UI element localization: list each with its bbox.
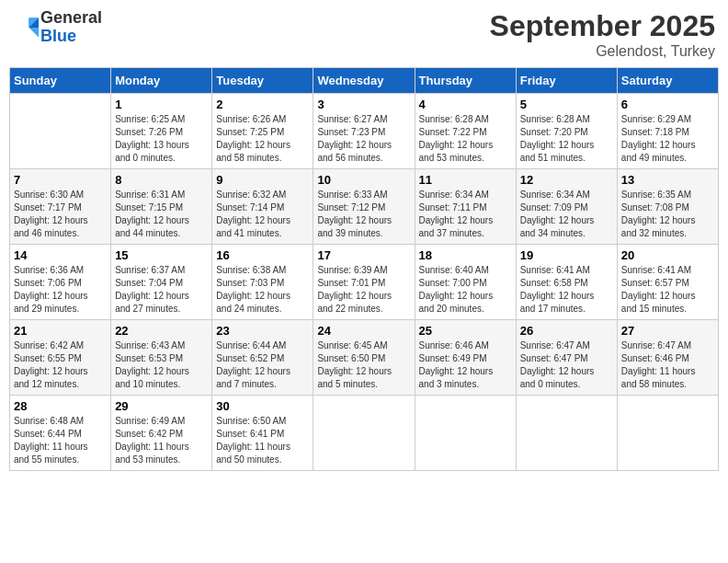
day-number: 16 (216, 248, 309, 262)
header-cell-friday: Friday (516, 68, 617, 94)
day-number: 14 (14, 248, 107, 262)
day-number: 24 (317, 324, 410, 338)
day-number: 21 (14, 324, 107, 338)
day-number: 26 (520, 324, 613, 338)
day-info: Sunrise: 6:50 AMSunset: 6:41 PMDaylight:… (216, 415, 309, 466)
day-info: Sunrise: 6:47 AMSunset: 6:46 PMDaylight:… (621, 339, 714, 391)
day-info: Sunrise: 6:44 AMSunset: 6:52 PMDaylight:… (216, 339, 309, 391)
calendar-cell: 11Sunrise: 6:34 AMSunset: 7:11 PMDayligh… (415, 169, 516, 245)
calendar-week-3: 14Sunrise: 6:36 AMSunset: 7:06 PMDayligh… (10, 245, 719, 320)
calendar-cell: 24Sunrise: 6:45 AMSunset: 6:50 PMDayligh… (313, 320, 415, 396)
calendar-cell: 21Sunrise: 6:42 AMSunset: 6:55 PMDayligh… (10, 320, 111, 396)
header-cell-sunday: Sunday (10, 68, 111, 94)
calendar-cell: 28Sunrise: 6:48 AMSunset: 6:44 PMDayligh… (10, 396, 111, 471)
calendar-week-4: 21Sunrise: 6:42 AMSunset: 6:55 PMDayligh… (10, 320, 719, 396)
calendar-cell: 18Sunrise: 6:40 AMSunset: 7:00 PMDayligh… (415, 245, 516, 320)
calendar-cell: 8Sunrise: 6:31 AMSunset: 7:15 PMDaylight… (111, 169, 212, 245)
title-block: September 2025 Gelendost, Turkey (490, 9, 715, 60)
day-info: Sunrise: 6:46 AMSunset: 6:49 PMDaylight:… (419, 339, 512, 391)
day-info: Sunrise: 6:40 AMSunset: 7:00 PMDaylight:… (419, 264, 512, 316)
day-number: 30 (216, 399, 309, 413)
header-row: SundayMondayTuesdayWednesdayThursdayFrid… (10, 68, 719, 94)
page-header: General Blue September 2025 Gelendost, T… (9, 9, 719, 60)
day-info: Sunrise: 6:36 AMSunset: 7:06 PMDaylight:… (14, 264, 107, 316)
day-number: 20 (621, 248, 714, 262)
day-info: Sunrise: 6:42 AMSunset: 6:55 PMDaylight:… (14, 339, 107, 391)
month-title: September 2025 (490, 9, 715, 43)
calendar-cell: 15Sunrise: 6:37 AMSunset: 7:04 PMDayligh… (111, 245, 212, 320)
calendar-cell: 9Sunrise: 6:32 AMSunset: 7:14 PMDaylight… (212, 169, 313, 245)
day-info: Sunrise: 6:37 AMSunset: 7:04 PMDaylight:… (115, 264, 208, 316)
calendar-week-1: 1Sunrise: 6:25 AMSunset: 7:26 PMDaylight… (10, 94, 719, 169)
day-number: 2 (216, 98, 309, 111)
day-info: Sunrise: 6:30 AMSunset: 7:17 PMDaylight:… (14, 189, 107, 240)
calendar-cell: 22Sunrise: 6:43 AMSunset: 6:53 PMDayligh… (111, 320, 212, 396)
day-number: 23 (216, 324, 309, 338)
day-number: 9 (216, 173, 309, 187)
logo-line1: General (40, 9, 102, 28)
day-info: Sunrise: 6:28 AMSunset: 7:22 PMDaylight:… (419, 113, 512, 165)
calendar-cell: 5Sunrise: 6:28 AMSunset: 7:20 PMDaylight… (516, 94, 617, 169)
calendar-cell (516, 396, 617, 471)
header-cell-tuesday: Tuesday (212, 68, 313, 94)
calendar-cell: 20Sunrise: 6:41 AMSunset: 6:57 PMDayligh… (617, 245, 718, 320)
day-info: Sunrise: 6:45 AMSunset: 6:50 PMDaylight:… (317, 339, 410, 391)
day-info: Sunrise: 6:26 AMSunset: 7:25 PMDaylight:… (216, 113, 309, 165)
header-cell-monday: Monday (111, 68, 212, 94)
location-subtitle: Gelendost, Turkey (490, 43, 715, 60)
day-info: Sunrise: 6:29 AMSunset: 7:18 PMDaylight:… (621, 113, 714, 165)
calendar-cell: 19Sunrise: 6:41 AMSunset: 6:58 PMDayligh… (516, 245, 617, 320)
calendar-cell: 12Sunrise: 6:34 AMSunset: 7:09 PMDayligh… (516, 169, 617, 245)
logo: General Blue (13, 9, 102, 46)
calendar-cell: 2Sunrise: 6:26 AMSunset: 7:25 PMDaylight… (212, 94, 313, 169)
calendar-cell: 13Sunrise: 6:35 AMSunset: 7:08 PMDayligh… (617, 169, 718, 245)
calendar-cell: 3Sunrise: 6:27 AMSunset: 7:23 PMDaylight… (313, 94, 415, 169)
day-number: 28 (14, 399, 107, 413)
day-info: Sunrise: 6:41 AMSunset: 6:57 PMDaylight:… (621, 264, 714, 316)
day-number: 18 (419, 248, 512, 262)
calendar-header: SundayMondayTuesdayWednesdayThursdayFrid… (10, 68, 719, 94)
calendar-cell: 1Sunrise: 6:25 AMSunset: 7:26 PMDaylight… (111, 94, 212, 169)
day-number: 8 (115, 173, 208, 187)
day-info: Sunrise: 6:38 AMSunset: 7:03 PMDaylight:… (216, 264, 309, 316)
day-number: 17 (317, 248, 410, 262)
day-info: Sunrise: 6:31 AMSunset: 7:15 PMDaylight:… (115, 189, 208, 240)
calendar-cell: 23Sunrise: 6:44 AMSunset: 6:52 PMDayligh… (212, 320, 313, 396)
day-info: Sunrise: 6:34 AMSunset: 7:09 PMDaylight:… (520, 189, 613, 240)
calendar-cell: 25Sunrise: 6:46 AMSunset: 6:49 PMDayligh… (415, 320, 516, 396)
day-info: Sunrise: 6:28 AMSunset: 7:20 PMDaylight:… (520, 113, 613, 165)
logo-line2: Blue (40, 28, 102, 46)
day-number: 3 (317, 98, 410, 111)
calendar-week-5: 28Sunrise: 6:48 AMSunset: 6:44 PMDayligh… (10, 396, 719, 471)
header-cell-thursday: Thursday (415, 68, 516, 94)
day-number: 25 (419, 324, 512, 338)
day-number: 5 (520, 98, 613, 111)
day-info: Sunrise: 6:27 AMSunset: 7:23 PMDaylight:… (317, 113, 410, 165)
day-info: Sunrise: 6:32 AMSunset: 7:14 PMDaylight:… (216, 189, 309, 240)
day-info: Sunrise: 6:49 AMSunset: 6:42 PMDaylight:… (115, 415, 208, 466)
calendar-cell (10, 94, 111, 169)
calendar-week-2: 7Sunrise: 6:30 AMSunset: 7:17 PMDaylight… (10, 169, 719, 245)
calendar-table: SundayMondayTuesdayWednesdayThursdayFrid… (9, 67, 719, 471)
header-cell-wednesday: Wednesday (313, 68, 415, 94)
day-info: Sunrise: 6:47 AMSunset: 6:47 PMDaylight:… (520, 339, 613, 391)
calendar-cell: 14Sunrise: 6:36 AMSunset: 7:06 PMDayligh… (10, 245, 111, 320)
day-info: Sunrise: 6:34 AMSunset: 7:11 PMDaylight:… (419, 189, 512, 240)
calendar-cell: 17Sunrise: 6:39 AMSunset: 7:01 PMDayligh… (313, 245, 415, 320)
day-number: 27 (621, 324, 714, 338)
calendar-cell (617, 396, 718, 471)
day-info: Sunrise: 6:41 AMSunset: 6:58 PMDaylight:… (520, 264, 613, 316)
calendar-cell: 27Sunrise: 6:47 AMSunset: 6:46 PMDayligh… (617, 320, 718, 396)
logo-icon (13, 15, 39, 40)
day-info: Sunrise: 6:33 AMSunset: 7:12 PMDaylight:… (317, 189, 410, 240)
calendar-cell: 16Sunrise: 6:38 AMSunset: 7:03 PMDayligh… (212, 245, 313, 320)
day-info: Sunrise: 6:48 AMSunset: 6:44 PMDaylight:… (14, 415, 107, 466)
calendar-cell: 6Sunrise: 6:29 AMSunset: 7:18 PMDaylight… (617, 94, 718, 169)
calendar-body: 1Sunrise: 6:25 AMSunset: 7:26 PMDaylight… (10, 94, 719, 471)
day-number: 7 (14, 173, 107, 187)
calendar-cell: 4Sunrise: 6:28 AMSunset: 7:22 PMDaylight… (415, 94, 516, 169)
calendar-cell: 10Sunrise: 6:33 AMSunset: 7:12 PMDayligh… (313, 169, 415, 245)
day-number: 4 (419, 98, 512, 111)
day-number: 10 (317, 173, 410, 187)
day-number: 22 (115, 324, 208, 338)
